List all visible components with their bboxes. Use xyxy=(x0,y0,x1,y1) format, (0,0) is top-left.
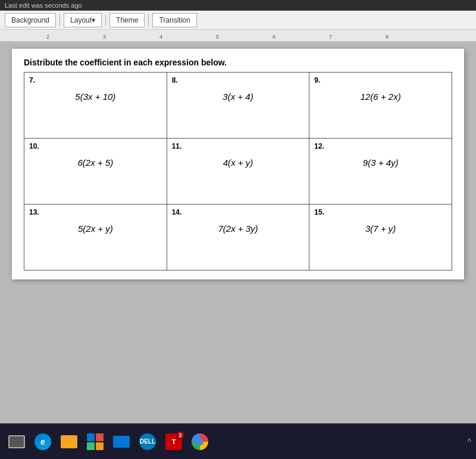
problem-num-10: 10. xyxy=(29,142,39,150)
problem-num-15: 15. xyxy=(314,208,324,216)
problem-grid: 7. 5(3x + 10) 8. 3(x + 4) 9. 12(6 + 2x) … xyxy=(24,72,452,271)
chrome-icon-button[interactable] xyxy=(188,430,212,454)
background-button[interactable]: Background xyxy=(5,13,56,27)
ruler-mark-7: 7 xyxy=(329,34,332,40)
top-bar: Last edit was seconds ago xyxy=(0,0,476,11)
problem-num-9: 9. xyxy=(314,76,320,84)
toolbar: Background Layout▾ Theme Transition xyxy=(0,11,476,30)
instruction-text: Distribute the coefficient in each expre… xyxy=(24,58,452,67)
layout-button[interactable]: Layout▾ xyxy=(64,13,102,27)
grid-row-1: 7. 5(3x + 10) 8. 3(x + 4) 9. 12(6 + 2x) xyxy=(24,73,452,139)
problem-num-7: 7. xyxy=(29,76,35,84)
separator-3 xyxy=(148,14,149,26)
chrome-center xyxy=(196,438,203,445)
mail-icon xyxy=(113,436,130,448)
problem-cell-15: 15. 3(7 + y) xyxy=(309,205,452,270)
document-page: Distribute the coefficient in each expre… xyxy=(12,49,464,279)
problem-expr-9: 12(6 + 2x) xyxy=(314,88,447,105)
last-edit-text: Last edit was seconds ago xyxy=(5,2,82,9)
start-icon-button[interactable] xyxy=(83,430,107,454)
problem-expr-10: 6(2x + 5) xyxy=(29,154,162,171)
ruler-marks: 2 3 4 5 6 7 8 xyxy=(5,30,476,41)
dell-icon-button[interactable]: DELL xyxy=(136,430,159,454)
problem-cell-12: 12. 9(3 + 4y) xyxy=(309,139,452,204)
problem-expr-12: 9(3 + 4y) xyxy=(314,154,447,171)
grid-row-3: 13. 5(2x + y) 14. 7(2x + 3y) 15. 3(7 + y… xyxy=(24,205,452,270)
theme-button[interactable]: Theme xyxy=(109,13,145,27)
problem-expr-13: 5(2x + y) xyxy=(29,220,162,237)
edge-icon-button[interactable]: e xyxy=(31,430,55,454)
problem-expr-14: 7(2x + 3y) xyxy=(172,220,305,237)
separator-1 xyxy=(60,14,60,26)
monitor-icon-button[interactable] xyxy=(5,430,29,454)
taskbar: e DELL T 2 ^ xyxy=(0,423,476,459)
problem-cell-10: 10. 6(2x + 5) xyxy=(24,139,167,204)
problem-expr-7: 5(3x + 10) xyxy=(29,88,162,105)
separator-2 xyxy=(105,14,106,26)
problem-cell-13: 13. 5(2x + y) xyxy=(24,205,167,270)
t2-icon-button[interactable]: T 2 xyxy=(162,430,186,454)
problem-num-11: 11. xyxy=(172,142,182,150)
file-explorer-icon-button[interactable] xyxy=(57,430,81,454)
problem-num-12: 12. xyxy=(314,142,324,150)
edge-icon: e xyxy=(35,433,51,450)
problem-expr-15: 3(7 + y) xyxy=(314,220,447,237)
file-explorer-icon xyxy=(61,435,77,448)
problem-expr-11: 4(x + y) xyxy=(172,154,305,171)
t2-icon: T 2 xyxy=(165,433,182,450)
monitor-icon xyxy=(8,435,25,448)
dell-icon: DELL xyxy=(139,433,156,450)
t2-badge: 2 xyxy=(176,431,184,439)
ruler-mark-5: 5 xyxy=(216,34,219,40)
problem-cell-7: 7. 5(3x + 10) xyxy=(24,73,167,138)
problem-num-14: 14. xyxy=(172,208,182,216)
start-icon xyxy=(87,433,104,450)
grid-row-2: 10. 6(2x + 5) 11. 4(x + y) 12. 9(3 + 4y) xyxy=(24,139,452,205)
ruler-mark-4: 4 xyxy=(159,34,162,40)
content-area: Distribute the coefficient in each expre… xyxy=(0,42,476,423)
problem-cell-8: 8. 3(x + 4) xyxy=(167,73,310,138)
taskbar-chevron-icon[interactable]: ^ xyxy=(467,437,471,447)
problem-num-8: 8. xyxy=(172,76,178,84)
problem-num-13: 13. xyxy=(29,208,39,216)
problem-expr-8: 3(x + 4) xyxy=(172,88,305,105)
problem-cell-14: 14. 7(2x + 3y) xyxy=(167,205,310,270)
mail-icon-button[interactable] xyxy=(109,430,133,454)
problem-cell-9: 9. 12(6 + 2x) xyxy=(309,73,452,138)
problem-cell-11: 11. 4(x + y) xyxy=(167,139,310,204)
ruler-mark-6: 6 xyxy=(273,34,275,40)
ruler-mark-8: 8 xyxy=(386,34,389,40)
chrome-icon xyxy=(192,433,208,450)
ruler-mark-2: 2 xyxy=(46,34,49,40)
ruler-mark-3: 3 xyxy=(103,34,106,40)
transition-button[interactable]: Transition xyxy=(152,13,196,27)
ruler: 2 3 4 5 6 7 8 xyxy=(0,30,476,42)
